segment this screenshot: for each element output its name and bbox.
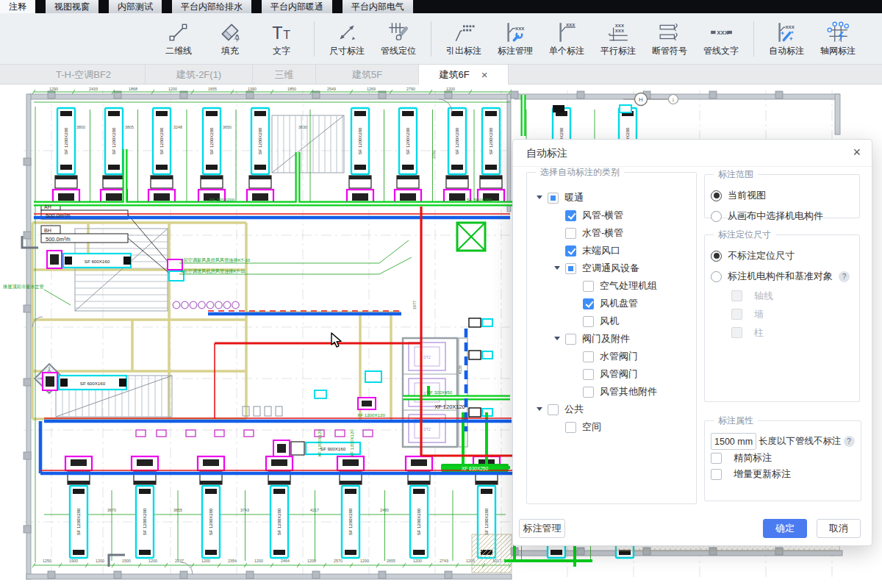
menu-tab-1[interactable]: 视图视窗 (46, 0, 98, 13)
tool-pipe-locate[interactable]: 管线定位 (373, 21, 424, 57)
doc-tab-close-icon[interactable]: × (481, 69, 488, 80)
radio-current-view[interactable]: 当前视图 (711, 185, 853, 206)
svg-text:SF 1200X200: SF 1200X200 (143, 508, 147, 535)
tree-item-label: 风管其他附件 (600, 385, 657, 398)
tool-text[interactable]: TT文字 (256, 21, 307, 57)
checkbox-icon[interactable] (583, 387, 594, 398)
checkbox-icon[interactable] (565, 422, 576, 433)
tool-grid-annotate[interactable]: 轴网标注 (812, 21, 864, 57)
checkbox-icon[interactable] (711, 469, 722, 480)
tree-item-5[interactable]: 空气处理机组 (533, 277, 690, 295)
doc-tab-1[interactable]: 建筑-2F(1) (146, 65, 253, 85)
svg-text:1200: 1200 (413, 559, 422, 563)
radio-no-position-dim[interactable]: 不标注定位尺寸 (711, 245, 853, 266)
pipetext-icon: xxx (709, 21, 733, 44)
checkbox-icon[interactable] (583, 351, 594, 362)
tool-fill[interactable]: 填充 (204, 21, 256, 57)
tool-annotate-manage[interactable]: xxx标注管理 (490, 21, 541, 57)
tree-item-label: 风管-横管 (582, 209, 623, 222)
check-simplified-annotation[interactable]: 精简标注 (711, 450, 855, 466)
svg-text:SF 1200X200: SF 1200X200 (348, 508, 353, 535)
annotation-manage-button[interactable]: 标注管理 (519, 519, 565, 538)
svg-text:SF 1200X200: SF 1200X200 (277, 508, 282, 535)
tool-dim-annotate[interactable]: 尺寸标注 (321, 21, 373, 57)
tool-pipe-break[interactable]: 断管符号 (644, 21, 695, 57)
checkbox-icon[interactable] (565, 334, 576, 345)
tree-item-12[interactable]: 公共 (533, 401, 690, 418)
chevron-down-icon[interactable] (553, 334, 564, 344)
leader-icon (452, 21, 476, 44)
checkbox-icon[interactable] (548, 193, 559, 204)
tree-item-label: 空间 (582, 420, 601, 434)
tool-pipe-text[interactable]: xxx管线文字 (695, 21, 747, 57)
duct-size-label: XF 120X120 (434, 404, 465, 410)
menu-tab-separator (35, 0, 46, 13)
radio-annotate-with-datum[interactable]: 标注机电构件和基准对象 ? (711, 266, 853, 287)
checkbox-icon[interactable] (565, 210, 576, 221)
checkbox-icon[interactable] (583, 316, 594, 327)
checkbox-icon[interactable] (711, 453, 722, 464)
radio-icon[interactable] (711, 190, 722, 201)
tool-parallel-annotate[interactable]: xxxxxx*平行标注 (592, 21, 644, 57)
tool-auto-annotate[interactable]: xxx自动标注 (761, 21, 812, 57)
tree-item-label: 阀门及附件 (582, 332, 630, 345)
radio-icon[interactable] (711, 271, 722, 282)
tree-item-13[interactable]: 空间 (533, 418, 690, 436)
help-icon[interactable]: ? (844, 436, 855, 447)
doc-tab-4[interactable]: 建筑6F× (419, 65, 509, 85)
svg-text:3800: 3800 (76, 125, 85, 129)
pipeloc-icon (387, 21, 410, 44)
checkbox-icon[interactable] (548, 404, 559, 415)
radio-select-from-canvas[interactable]: 从画布中选择机电构件 (711, 206, 853, 226)
doc-tab-3[interactable]: 建筑5F (316, 65, 419, 85)
tree-item-6[interactable]: 风机盘管 (533, 295, 690, 312)
length-threshold-input[interactable] (711, 433, 756, 450)
doc-tab-0[interactable]: T-H-空调BF2 (22, 65, 146, 85)
menu-tab-2[interactable]: 内部测试 (109, 0, 162, 13)
tree-item-10[interactable]: 风管阀门 (533, 365, 690, 383)
tool-leader-annotate[interactable]: 引出标注 (438, 21, 490, 57)
tree-item-11[interactable]: 风管其他附件 (533, 383, 690, 401)
checkbox-icon[interactable] (565, 228, 576, 239)
dim-icon (335, 21, 359, 44)
svg-text:T: T (283, 28, 290, 40)
toolbar-separator (314, 21, 315, 57)
tree-item-9[interactable]: 水管阀门 (533, 348, 690, 365)
check-incremental-update[interactable]: 增量更新标注 (711, 466, 855, 482)
chevron-down-icon[interactable] (553, 263, 564, 273)
ok-button[interactable]: 确定 (763, 519, 807, 538)
svg-text:1200: 1200 (446, 87, 455, 91)
checkbox-icon[interactable] (565, 263, 576, 274)
help-icon[interactable]: ? (839, 271, 850, 282)
doc-tab-2[interactable]: 三维 (253, 65, 316, 85)
unit-label: SF 600X160 (80, 381, 106, 386)
tree-item-2[interactable]: 水管-横管 (533, 224, 690, 242)
radio-icon[interactable] (711, 211, 722, 222)
tree-item-4[interactable]: 空调通风设备 (533, 259, 690, 277)
tree-item-label: 水管-横管 (582, 226, 623, 240)
dialog-close-button[interactable]: × (853, 145, 861, 160)
menu-tab-4[interactable]: 平台内部暖通 (262, 0, 332, 13)
chevron-down-icon[interactable] (536, 404, 546, 415)
ribbon-toolbar: 二维线填充TT文字尺寸标注管线定位引出标注xxx标注管理xxx单个标注xxxxx… (0, 13, 882, 65)
toolbar-item-label: 标注管理 (498, 45, 533, 57)
tree-item-3[interactable]: 末端风口 (533, 242, 690, 259)
chevron-down-icon[interactable] (536, 193, 546, 203)
checkbox-label: 增量更新标注 (734, 467, 791, 481)
menu-tab-0[interactable]: 注释 (0, 0, 35, 13)
checkbox-icon[interactable] (583, 298, 594, 309)
checkbox-icon[interactable] (565, 245, 576, 257)
tree-item-0[interactable]: 暖通 (533, 189, 690, 207)
tree-item-8[interactable]: 阀门及附件 (533, 330, 690, 348)
menu-tab-5[interactable]: 平台内部电气 (343, 0, 413, 13)
checkbox-icon[interactable] (583, 369, 594, 380)
checkbox-icon[interactable] (583, 281, 594, 292)
tool-single-annotate[interactable]: xxx单个标注 (541, 21, 592, 57)
tool-2d-line[interactable]: 二维线 (153, 21, 204, 57)
menu-tab-3[interactable]: 平台内部给排水 (172, 0, 251, 13)
tree-item-7[interactable]: 风机 (533, 312, 690, 330)
cancel-button[interactable]: 取消 (817, 519, 861, 538)
radio-icon[interactable] (711, 251, 722, 262)
tree-item-1[interactable]: 风管-横管 (533, 207, 690, 224)
svg-text:1655: 1655 (208, 87, 217, 91)
